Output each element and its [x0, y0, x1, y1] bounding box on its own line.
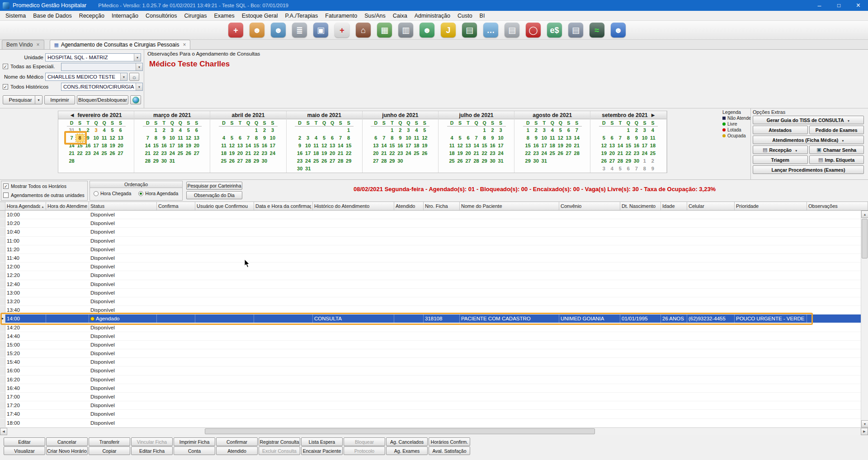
- atendimentos-ficha-button[interactable]: Atendimentos (Ficha Médica): [753, 136, 864, 144]
- calendar-day[interactable]: 6: [236, 134, 244, 142]
- column-header-observacoes[interactable]: Observações: [807, 202, 868, 210]
- calendar-day[interactable]: 17: [404, 142, 412, 150]
- calendar-day[interactable]: 16: [84, 142, 92, 150]
- tab-bem-vindo[interactable]: Bem Vindo×: [2, 40, 44, 49]
- chevron-down-icon[interactable]: [134, 54, 141, 61]
- calendar-day[interactable]: 9: [396, 134, 404, 142]
- calendar-day[interactable]: 4: [100, 127, 108, 134]
- calendar-day[interactable]: 18: [649, 142, 657, 150]
- footer-button-editar-ficha[interactable]: Editar Ficha: [131, 446, 173, 455]
- imprimir-button[interactable]: Imprimir: [44, 95, 75, 104]
- calendar-day[interactable]: 22: [252, 150, 260, 157]
- chamar-senha-button[interactable]: Chamar Senha: [809, 146, 864, 154]
- chevron-down-icon[interactable]: [136, 83, 142, 90]
- calendar-day[interactable]: 12: [228, 142, 236, 150]
- close-icon[interactable]: ×: [36, 42, 39, 48]
- vertical-scrollbar[interactable]: ▲ ▼: [861, 211, 868, 427]
- table-row[interactable]: 12:20Disponível: [0, 271, 868, 280]
- calendar-day[interactable]: 22: [524, 150, 532, 157]
- menu-item-faturamento[interactable]: Faturamento: [321, 11, 361, 20]
- medico-config-button[interactable]: [129, 73, 139, 81]
- calendar-day[interactable]: 16: [632, 142, 641, 150]
- calendar-day[interactable]: 11: [412, 134, 420, 142]
- table-row[interactable]: 10:40Disponível: [0, 228, 868, 236]
- chevron-down-icon[interactable]: [35, 96, 42, 104]
- calendar-day[interactable]: 3: [168, 127, 176, 134]
- team-chart-icon[interactable]: ☻: [420, 23, 434, 38]
- calendar-day[interactable]: 16: [296, 150, 304, 157]
- calendar-day[interactable]: 30: [260, 157, 269, 165]
- vitals-icon[interactable]: ≈: [590, 23, 604, 38]
- footer-button-registrar-consulta[interactable]: Registrar Consulta: [259, 437, 300, 446]
- calendar-day[interactable]: 2: [160, 127, 168, 134]
- calendar-day[interactable]: 15: [76, 142, 84, 150]
- calendar-day[interactable]: 5: [108, 127, 117, 134]
- calendar-day[interactable]: 30: [396, 157, 404, 165]
- calendar-day[interactable]: 15: [152, 142, 160, 150]
- calendar-day[interactable]: 1: [624, 127, 632, 134]
- calendar-day[interactable]: 22: [481, 150, 489, 157]
- calendar-day[interactable]: 17: [269, 142, 277, 150]
- footer-button-conta[interactable]: Conta: [174, 446, 215, 455]
- calendar-day[interactable]: 2: [532, 127, 540, 134]
- calendar-day[interactable]: 25: [548, 150, 557, 157]
- documents-icon[interactable]: ≣: [292, 23, 307, 38]
- chevron-down-icon[interactable]: [120, 73, 127, 80]
- calendar-day[interactable]: 3: [641, 127, 649, 134]
- calendar-day[interactable]: 14: [573, 134, 581, 142]
- calendar-day[interactable]: 12: [184, 134, 193, 142]
- calendar-day[interactable]: 22: [152, 150, 160, 157]
- maximize-icon[interactable]: [829, 0, 849, 11]
- phone-icon[interactable]: J: [441, 23, 456, 38]
- first-aid-icon[interactable]: +: [228, 23, 243, 38]
- calendar-day[interactable]: 28: [573, 150, 581, 157]
- calendar-day[interactable]: 4: [649, 127, 657, 134]
- calendar-day[interactable]: 7: [380, 134, 388, 142]
- calendar-day[interactable]: 11: [100, 134, 108, 142]
- calendar-day[interactable]: 29: [481, 157, 489, 165]
- calendar-day[interactable]: 15: [252, 142, 260, 150]
- column-header-nro-ficha[interactable]: Nro. Ficha: [424, 202, 460, 210]
- calendar-day[interactable]: 17: [168, 142, 176, 150]
- footer-button-imprimir-ficha[interactable]: Imprimir Ficha: [174, 437, 215, 446]
- calendar-day[interactable]: 24: [92, 150, 100, 157]
- menu-item-estoque-geral[interactable]: Estoque Geral: [238, 11, 282, 20]
- calendar-day[interactable]: 18: [548, 142, 557, 150]
- calendar-day[interactable]: 10: [269, 134, 277, 142]
- calendar-next-icon[interactable]: ▶: [651, 113, 655, 117]
- calendar-day[interactable]: 5: [456, 134, 464, 142]
- calendar-day[interactable]: 25: [649, 150, 657, 157]
- close-icon[interactable]: [849, 0, 868, 11]
- calendar-day[interactable]: 28: [336, 157, 344, 165]
- calendar-day[interactable]: 10: [404, 134, 412, 142]
- calendar-day[interactable]: 29: [624, 157, 632, 165]
- calendar-day[interactable]: 10: [168, 134, 176, 142]
- footer-button-visualizar[interactable]: Visualizar: [4, 446, 45, 455]
- calendar-day[interactable]: 10: [92, 134, 100, 142]
- calendar-day[interactable]: 11: [548, 134, 557, 142]
- printer-icon[interactable]: ▤: [568, 23, 583, 38]
- calendar-day[interactable]: 8: [481, 134, 489, 142]
- calendar-day[interactable]: 4: [412, 127, 420, 134]
- calendar-day[interactable]: 12: [108, 134, 117, 142]
- calendar-day[interactable]: 14: [244, 142, 252, 150]
- calendar-day[interactable]: 13: [565, 134, 573, 142]
- calendar-day[interactable]: 21: [144, 150, 152, 157]
- calendar-day[interactable]: 3: [304, 134, 312, 142]
- footer-button-cancelar[interactable]: Cancelar: [46, 437, 88, 446]
- calendar-day[interactable]: 11: [220, 142, 228, 150]
- calendar-day[interactable]: 14: [144, 142, 152, 150]
- column-header-confirma[interactable]: Confirma: [157, 202, 195, 210]
- calendar-day[interactable]: 19: [320, 150, 328, 157]
- footer-button-transferir[interactable]: Transferir: [89, 437, 130, 446]
- calendar-day[interactable]: 18: [176, 142, 184, 150]
- table-row[interactable]: 14:40Disponível: [0, 332, 868, 341]
- calendar-day[interactable]: 8: [641, 165, 649, 173]
- mostrar-todos-checkbox[interactable]: Mostrar Todos os Horários: [3, 183, 66, 189]
- calendar-day[interactable]: 21: [380, 150, 388, 157]
- column-header-idade[interactable]: Idade: [661, 202, 687, 210]
- calendar-day[interactable]: 27: [117, 150, 125, 157]
- calendar-day[interactable]: 17: [92, 142, 100, 150]
- calendar-day[interactable]: 14: [380, 142, 388, 150]
- calendar-prev-icon[interactable]: ◀: [71, 113, 74, 117]
